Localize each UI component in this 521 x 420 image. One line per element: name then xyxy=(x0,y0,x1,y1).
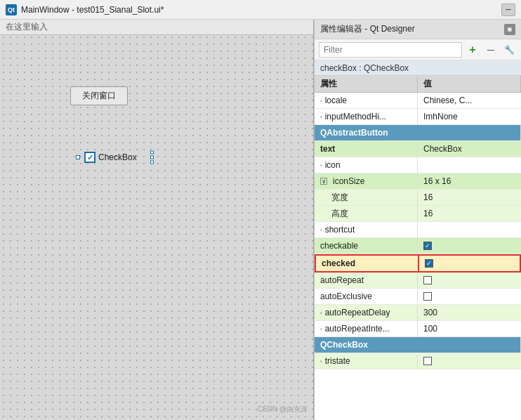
prop-value-autorepeatinterval[interactable]: 100 xyxy=(418,321,521,336)
prop-name-autorepeat: autoRepeat xyxy=(315,273,418,288)
prop-value-inputmethod[interactable]: ImhNone xyxy=(418,109,521,124)
expand-icon-icon: › xyxy=(320,162,322,169)
prop-name-autorepeatdelay: › autoRepeatDelay xyxy=(315,305,418,320)
prop-name-shortcut: › shortcut xyxy=(315,222,418,237)
checkbox-box[interactable]: ✓ xyxy=(84,152,95,163)
main-container: 在这里输入 关闭窗口 ✓ CheckBox CSDN @由充涯 xyxy=(0,20,521,420)
wrench-button[interactable]: 🔧 xyxy=(501,42,517,58)
prop-row-tristate: › tristate xyxy=(315,353,521,369)
prop-row-width: 宽度 16 xyxy=(315,190,521,206)
prop-value-text[interactable]: CheckBox xyxy=(418,141,521,157)
check-mark: ✓ xyxy=(87,153,93,162)
expand-icon-autorepeatdelay: › xyxy=(320,310,322,316)
handle-left xyxy=(76,155,80,159)
prop-name-autoexclusive: autoExclusive xyxy=(315,289,418,304)
prop-name-autorepeatinterval: › autoRepeatInte... xyxy=(315,321,418,336)
prop-row-height: 高度 16 xyxy=(315,206,521,222)
qt-icon: Qt xyxy=(6,4,17,15)
prop-name-iconsize: ∨ iconSize xyxy=(315,173,418,189)
prop-row-autorepeatdelay: › autoRepeatDelay 300 xyxy=(315,305,521,321)
prop-row-autoexclusive: autoExclusive xyxy=(315,289,521,305)
prop-row-shortcut: › shortcut xyxy=(315,222,521,238)
prop-name-width: 宽度 xyxy=(315,190,418,205)
props-toolbar: + ─ 🔧 xyxy=(315,39,521,60)
handle-dot-1 xyxy=(150,151,154,155)
watermark: CSDN @由充涯 xyxy=(258,405,308,414)
prop-value-autoexclusive[interactable] xyxy=(418,289,521,304)
props-title: 属性编辑器 - Qt Designer xyxy=(320,23,415,35)
object-class-label: checkBox : QCheckBox xyxy=(320,63,409,73)
checkable-checkbox[interactable] xyxy=(423,242,432,250)
prop-name-height: 高度 xyxy=(315,206,418,221)
checkbox-handles xyxy=(150,151,154,164)
title-bar: Qt MainWindow - test015_Sianal_Slot.ui* … xyxy=(0,0,521,20)
autoexclusive-checkbox[interactable] xyxy=(423,292,432,301)
value-column-header: 值 xyxy=(418,76,521,92)
object-header: checkBox : QCheckBox xyxy=(315,60,521,76)
autorepeat-checkbox[interactable] xyxy=(423,276,432,284)
prop-value-autorepeatdelay[interactable]: 300 xyxy=(418,305,521,320)
prop-value-tristate[interactable] xyxy=(418,353,521,369)
prop-row-icon: › icon xyxy=(315,157,521,173)
props-title-bar: 属性编辑器 - Qt Designer ▣ xyxy=(315,20,521,39)
tristate-checkbox[interactable] xyxy=(423,357,432,365)
prop-name-icon: › icon xyxy=(315,157,418,173)
prop-name-tristate: › tristate xyxy=(315,353,418,369)
remove-property-button[interactable]: ─ xyxy=(483,42,499,58)
prop-row-autorepeat: autoRepeat xyxy=(315,273,521,289)
prop-value-locale[interactable]: Chinese, C... xyxy=(418,93,521,108)
expand-icon-inputmethod: › xyxy=(320,114,322,120)
expand-iconsize[interactable]: ∨ xyxy=(320,178,327,185)
title-bar-controls: ─ xyxy=(501,4,515,16)
handle-dot-3 xyxy=(150,161,154,164)
properties-panel: 属性编辑器 - Qt Designer ▣ + ─ 🔧 checkBox : Q… xyxy=(314,20,521,420)
prop-value-width[interactable]: 16 xyxy=(418,190,521,205)
handle-dot-2 xyxy=(150,156,154,159)
title-bar-left: Qt MainWindow - test015_Sianal_Slot.ui* xyxy=(6,4,164,15)
prop-value-height[interactable]: 16 xyxy=(418,206,521,221)
section-qabstractbutton: QAbstractButton xyxy=(315,125,521,141)
close-window-button[interactable]: 关闭窗口 xyxy=(70,86,128,105)
filter-input[interactable] xyxy=(319,42,462,58)
prop-value-shortcut[interactable] xyxy=(418,222,521,237)
properties-table: 属性 值 › locale Chinese, C... › inputMetho… xyxy=(315,76,521,420)
prop-row-checkable: checkable xyxy=(315,238,521,254)
prop-value-checkable[interactable] xyxy=(418,238,521,254)
prop-row-locale: › locale Chinese, C... xyxy=(315,93,521,109)
prop-value-checked[interactable] xyxy=(418,256,520,271)
window-title: MainWindow - test015_Sianal_Slot.ui* xyxy=(21,5,164,15)
prop-name-checked: checked xyxy=(316,256,418,271)
column-headers: 属性 值 xyxy=(315,76,521,93)
props-panel-icon: ▣ xyxy=(504,24,515,35)
prop-name-locale: › locale xyxy=(315,93,418,108)
prop-row-checked: checked xyxy=(315,254,521,273)
checked-checkbox[interactable] xyxy=(425,259,433,268)
prop-row-iconsize: ∨ iconSize 16 x 16 xyxy=(315,173,521,190)
expand-icon-locale: › xyxy=(320,98,322,104)
prop-value-iconsize[interactable]: 16 x 16 xyxy=(418,173,521,189)
canvas-top-bar: 在这里输入 xyxy=(0,20,313,35)
prop-value-autorepeat[interactable] xyxy=(418,273,521,288)
prop-row-autorepeatinterval: › autoRepeatInte... 100 xyxy=(315,321,521,337)
prop-name-checkable: checkable xyxy=(315,238,418,254)
canvas-placeholder-text: 在这里输入 xyxy=(6,21,48,33)
checkbox-label: CheckBox xyxy=(98,152,137,162)
prop-name-inputmethod: › inputMethodHi... xyxy=(315,109,418,124)
add-property-button[interactable]: + xyxy=(465,42,480,58)
prop-name-text: text xyxy=(315,141,418,157)
section-label-qcheckbox: QCheckBox xyxy=(315,337,521,353)
prop-row-inputmethod: › inputMethodHi... ImhNone xyxy=(315,109,521,125)
prop-value-icon[interactable] xyxy=(418,157,521,173)
section-label-qabstractbutton: QAbstractButton xyxy=(315,125,521,140)
property-column-header: 属性 xyxy=(315,76,418,92)
canvas-area: 在这里输入 关闭窗口 ✓ CheckBox CSDN @由充涯 xyxy=(0,20,314,420)
expand-icon-shortcut: › xyxy=(320,227,322,233)
expand-icon-tristate: › xyxy=(320,358,322,365)
expand-icon-autorepeatinterval: › xyxy=(320,326,322,332)
minimize-button[interactable]: ─ xyxy=(501,4,515,16)
section-qcheckbox: QCheckBox xyxy=(315,337,521,353)
checkbox-widget[interactable]: ✓ CheckBox xyxy=(84,152,144,163)
prop-row-text: text CheckBox xyxy=(315,141,521,157)
